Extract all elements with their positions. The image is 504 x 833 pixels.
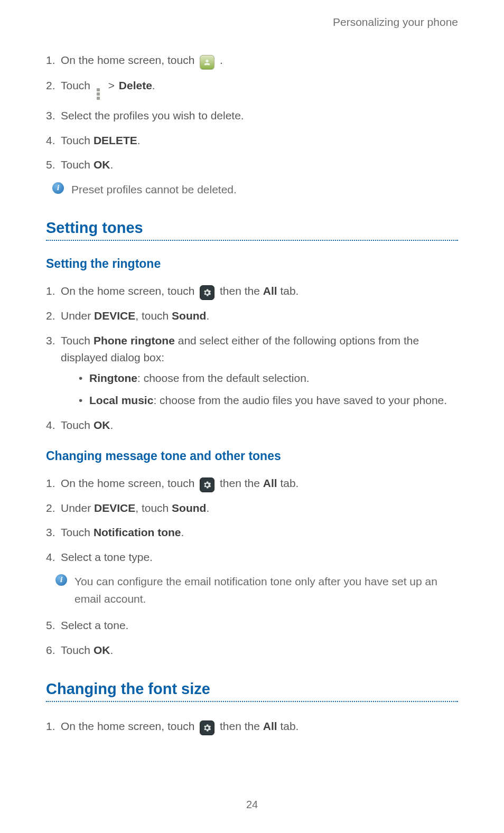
note-text: Preset profiles cannot be deleted. [71,181,237,199]
local-music-option-label: Local music [89,394,153,406]
ok-button-label: OK [94,419,110,431]
all-tab-label: All [263,477,277,489]
overflow-menu-icon [97,88,101,100]
text: On the home screen, touch [61,285,198,297]
note-row: You can configure the email notification… [46,573,458,607]
text: tab. [277,477,299,489]
step-number: 6. [46,642,55,659]
text: Select the profiles you wish to delete. [61,109,244,121]
text: Touch [61,158,94,171]
step-number: 4. [46,132,55,149]
text: . [110,419,113,431]
step-number: 1. [46,718,55,735]
step-number: 1. [46,52,55,69]
bullet-ringtone: Ringtone: choose from the default select… [61,369,458,388]
step-number: 4. [46,549,55,566]
ringtone-steps: 1. On the home screen, touch then the Al… [46,283,458,434]
section-divider [46,701,458,702]
phone-ringtone-label: Phone ringtone [94,334,175,347]
page-number: 24 [0,799,504,811]
text: Under [61,310,94,322]
step-number: 1. [46,283,55,300]
text: , touch [135,310,172,322]
text: . [206,310,209,322]
text: On the home screen, touch [61,54,198,66]
step-2: 2. Under DEVICE, touch Sound. [46,500,458,517]
step-number: 5. [46,617,55,634]
step-5: 5. Select a tone. [46,617,458,634]
other-tones-steps-cont: 5. Select a tone. 6. Touch OK. [46,617,458,659]
section-title-setting-tones: Setting tones [46,219,458,237]
all-tab-label: All [263,720,277,732]
step-number: 3. [46,332,55,350]
breadcrumb-separator: > [108,79,115,91]
text: then the [220,477,263,489]
step-number: 4. [46,417,55,434]
step-number: 2. [46,500,55,517]
sound-label: Sound [172,502,206,514]
ok-button-label: OK [94,644,110,656]
text: Touch [61,134,94,146]
step-number: 5. [46,156,55,174]
step-4: 4. Touch OK. [46,417,458,434]
text: Select a tone type. [61,551,153,563]
step-number: 1. [46,475,55,492]
sound-label: Sound [172,310,206,322]
notification-tone-label: Notification tone [94,526,181,538]
text: . [110,158,113,171]
delete-profiles-steps: 1. On the home screen, touch . 2. Touch … [46,52,458,174]
step-number: 3. [46,107,55,125]
text: On the home screen, touch [61,477,198,489]
text: . [110,644,113,656]
step-4: 4. Select a tone type. [46,549,458,566]
text: Touch [61,419,94,431]
sub-title-ringtone: Setting the ringtone [46,257,458,271]
ringtone-option-label: Ringtone [89,372,137,384]
all-tab-label: All [263,285,277,297]
step-number: 2. [46,77,55,95]
section-divider [46,240,458,241]
step-2: 2. Under DEVICE, touch Sound. [46,307,458,325]
settings-icon [200,478,214,492]
info-icon [55,574,67,586]
text: Select a tone. [61,619,128,631]
text: , touch [135,502,172,514]
text: Touch [61,334,94,347]
settings-icon [200,720,214,735]
text: . [206,502,209,514]
text: tab. [277,285,299,297]
settings-icon [200,285,214,300]
info-icon [52,182,64,194]
step-4: 4. Touch DELETE. [46,132,458,149]
profile-manager-icon [200,55,214,70]
text: then the [220,285,263,297]
step-5: 5. Touch OK. [46,156,458,174]
step-1: 1. On the home screen, touch then the Al… [46,283,458,300]
other-tones-steps: 1. On the home screen, touch then the Al… [46,475,458,566]
note-text: You can configure the email notification… [74,573,458,607]
text: . [181,526,184,538]
delete-button-label: DELETE [94,134,137,146]
text: . [152,79,155,91]
text: Touch [61,526,94,538]
step-number: 3. [46,524,55,541]
step-1: 1. On the home screen, touch then the Al… [46,475,458,492]
text: Touch [61,644,94,656]
step-3: 3. Touch Phone ringtone and select eithe… [46,332,458,409]
text: : choose from the audio files you have s… [153,394,447,406]
step-number: 2. [46,307,55,325]
font-size-steps: 1. On the home screen, touch then the Al… [46,718,458,735]
sub-title-other-tones: Changing message tone and other tones [46,449,458,463]
menu-delete-label: Delete [119,79,152,91]
text: : choose from the default selection. [137,372,310,384]
step-1: 1. On the home screen, touch . [46,52,458,70]
bullet-local-music: Local music: choose from the audio files… [61,391,458,410]
text: . [220,54,223,66]
text: Under [61,502,94,514]
running-header: Personalizing your phone [46,16,458,29]
note-row: Preset profiles cannot be deleted. [46,181,458,199]
device-label: DEVICE [94,502,135,514]
step-2: 2. Touch > Delete. [46,77,458,100]
ringtone-options: Ringtone: choose from the default select… [61,369,458,409]
step-3: 3. Touch Notification tone. [46,524,458,541]
